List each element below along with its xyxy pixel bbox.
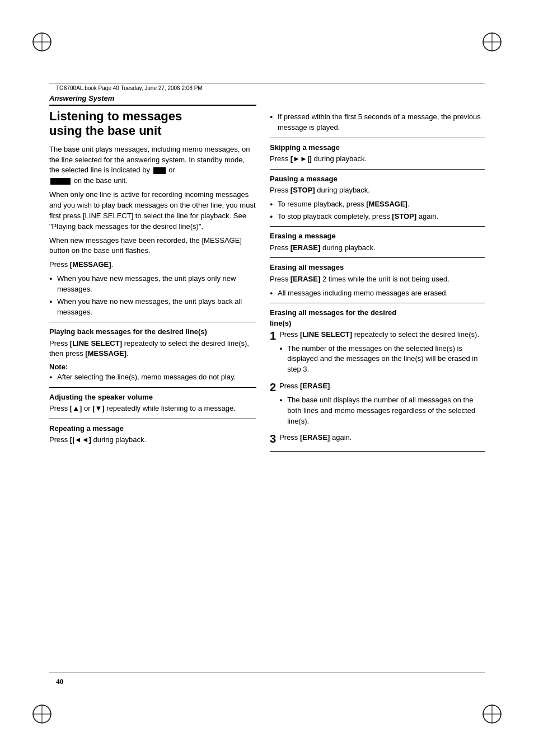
step-2-bullet: The base unit displays the number of all… (279, 395, 485, 427)
page-number: 40 (56, 677, 64, 686)
divider-r5 (270, 303, 485, 303)
intro-paragraph-2: When only one line is active for recordi… (49, 190, 256, 232)
divider-r1 (270, 138, 485, 138)
bullet-all-erased: All messages including memo messages are… (270, 288, 485, 299)
subhead-erase-all: Erasing all messages (270, 262, 485, 273)
file-info: TG6700AL.book Page 40 Tuesday, June 27, … (56, 85, 203, 91)
section-header: Answering System (49, 94, 256, 102)
corner-mark-tr (481, 31, 503, 53)
step-3-number: 3 (270, 433, 276, 445)
subhead-playback: Playing back messages for the desired li… (49, 327, 256, 337)
press-message: Press [MESSAGE]. (49, 260, 256, 270)
subhead-repeat: Repeating a message (49, 424, 256, 434)
step-3-content: Press [ERASE] again. (279, 433, 485, 447)
subhead-erase-desired: Erasing all messages for the desiredline… (270, 308, 485, 328)
subhead-pause-body: Press [STOP] during playback. (270, 185, 485, 196)
subhead-volume-body: Press [▲] or [▼] repeatedly while listen… (49, 403, 256, 414)
step-1-content: Press [LINE SELECT] repeatedly to select… (279, 330, 485, 377)
subhead-erase-message: Erasing a message (270, 231, 485, 241)
main-title: Listening to messages using the base uni… (49, 105, 256, 139)
step-3-text: Press [ERASE] again. (279, 433, 485, 443)
step-1-bullet: The number of the messages on the select… (279, 344, 485, 375)
page: TG6700AL.book Page 40 Tuesday, June 27, … (0, 0, 534, 756)
divider-3 (49, 419, 256, 419)
divider-1 (49, 322, 256, 322)
corner-mark-br (481, 703, 503, 725)
subhead-erase-message-body: Press [ERASE] during playback. (270, 243, 485, 253)
subhead-volume: Adjusting the speaker volume (49, 392, 256, 402)
corner-mark-bl (31, 703, 53, 725)
header-rule (49, 83, 485, 83)
bullet-resume: To resume playback, press [MESSAGE]. (270, 199, 485, 210)
step-2-text: Press [ERASE]. (279, 381, 485, 392)
step-1-number: 1 (270, 330, 276, 342)
note-bullet: After selecting the line(s), memo messag… (49, 372, 256, 383)
subhead-erase-all-body: Press [ERASE] 2 times while the unit is … (270, 274, 485, 285)
divider-r2 (270, 169, 485, 170)
corner-mark-tl (31, 31, 53, 53)
step-2-row: 2 Press [ERASE]. The base unit displays … (270, 381, 485, 428)
line-indicator-1 (153, 167, 166, 174)
note-label: Note: (49, 363, 256, 371)
bullet-5-seconds: If pressed within the first 5 seconds of… (270, 112, 485, 133)
step-1-row: 1 Press [LINE SELECT] repeatedly to sele… (270, 330, 485, 377)
step-2-number: 2 (270, 381, 276, 393)
step-2-content: Press [ERASE]. The base unit displays th… (279, 381, 485, 428)
intro-paragraph-1: The base unit plays messages, including … (49, 144, 256, 186)
step-3-row: 3 Press [ERASE] again. (270, 433, 485, 447)
subhead-playback-body: Press [LINE SELECT] repeatedly to select… (49, 339, 256, 360)
divider-r6 (270, 451, 485, 452)
subhead-skip-body: Press [►►|] during playback. (270, 154, 485, 165)
subhead-repeat-body: Press [|◄◄] during playback. (49, 435, 256, 445)
divider-2 (49, 387, 256, 388)
bullet-stop-completely: To stop playback completely, press [STOP… (270, 212, 485, 222)
left-column: Answering System Listening to messages u… (49, 94, 256, 673)
subhead-skip: Skipping a message (270, 143, 485, 153)
intro-paragraph-3: When new messages have been recorded, th… (49, 236, 256, 257)
subhead-pause: Pausing a message (270, 174, 485, 184)
bullet-new-messages: When you have new messages, the unit pla… (49, 274, 256, 295)
bullet-no-new-messages: When you have no new messages, the unit … (49, 297, 256, 318)
step-1-text: Press [LINE SELECT] repeatedly to select… (279, 330, 485, 340)
divider-r3 (270, 226, 485, 227)
divider-r4 (270, 257, 485, 258)
content-area: Answering System Listening to messages u… (49, 94, 485, 673)
right-column: If pressed within the first 5 seconds of… (270, 94, 485, 673)
line-indicator-2 (50, 178, 71, 185)
